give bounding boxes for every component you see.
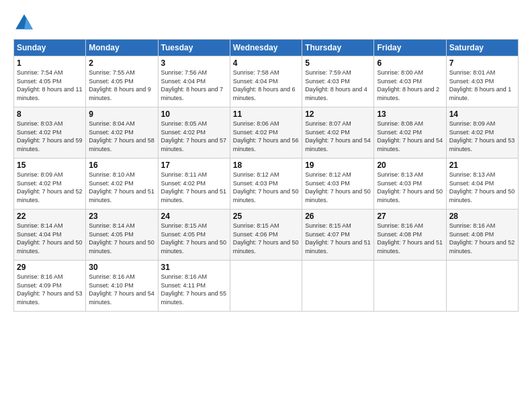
day-number: 15 <box>17 161 83 170</box>
day-cell: 19 Sunrise: 8:12 AMSunset: 4:03 PMDaylig… <box>302 158 374 210</box>
day-cell: 9 Sunrise: 8:04 AMSunset: 4:02 PMDayligh… <box>86 107 158 158</box>
day-number: 19 <box>305 161 371 170</box>
day-number: 5 <box>305 58 371 68</box>
day-info: Sunrise: 8:10 AMSunset: 4:02 PMDaylight:… <box>89 171 154 204</box>
day-cell: 23 Sunrise: 8:14 AMSunset: 4:05 PMDaylig… <box>86 210 158 261</box>
day-cell <box>374 261 446 312</box>
day-info: Sunrise: 8:12 AMSunset: 4:03 PMDaylight:… <box>233 171 299 204</box>
day-cell: 28 Sunrise: 8:16 AMSunset: 4:08 PMDaylig… <box>446 210 518 261</box>
day-cell: 1 Sunrise: 7:54 AMSunset: 4:05 PMDayligh… <box>14 56 86 107</box>
day-cell: 29 Sunrise: 8:16 AMSunset: 4:09 PMDaylig… <box>14 261 86 312</box>
day-cell: 2 Sunrise: 7:55 AMSunset: 4:05 PMDayligh… <box>86 56 158 107</box>
day-cell: 31 Sunrise: 8:16 AMSunset: 4:11 PMDaylig… <box>158 261 230 312</box>
day-cell: 27 Sunrise: 8:16 AMSunset: 4:08 PMDaylig… <box>374 210 446 261</box>
day-cell: 16 Sunrise: 8:10 AMSunset: 4:02 PMDaylig… <box>86 158 158 210</box>
day-number: 23 <box>89 212 154 221</box>
day-number: 20 <box>377 161 443 170</box>
day-cell: 26 Sunrise: 8:15 AMSunset: 4:07 PMDaylig… <box>302 210 374 261</box>
day-cell: 13 Sunrise: 8:08 AMSunset: 4:02 PMDaylig… <box>374 107 446 158</box>
day-number: 3 <box>161 58 227 68</box>
day-number: 29 <box>17 263 83 272</box>
day-number: 16 <box>89 161 154 170</box>
logo <box>13 12 38 34</box>
day-cell: 30 Sunrise: 8:16 AMSunset: 4:10 PMDaylig… <box>86 261 158 312</box>
day-number: 10 <box>161 109 227 119</box>
day-number: 7 <box>449 58 515 68</box>
day-info: Sunrise: 8:14 AMSunset: 4:04 PMDaylight:… <box>17 222 83 255</box>
day-info: Sunrise: 7:58 AMSunset: 4:04 PMDaylight:… <box>233 68 299 102</box>
day-cell: 4 Sunrise: 7:58 AMSunset: 4:04 PMDayligh… <box>230 56 302 107</box>
day-cell: 21 Sunrise: 8:13 AMSunset: 4:04 PMDaylig… <box>446 158 518 210</box>
day-cell: 8 Sunrise: 8:03 AMSunset: 4:02 PMDayligh… <box>14 107 86 158</box>
day-cell: 11 Sunrise: 8:06 AMSunset: 4:02 PMDaylig… <box>230 107 302 158</box>
day-number: 4 <box>233 58 299 68</box>
calendar-header-row: SundayMondayTuesdayWednesdayThursdayFrid… <box>14 40 519 56</box>
day-number: 28 <box>449 212 515 221</box>
week-row-4: 22 Sunrise: 8:14 AMSunset: 4:04 PMDaylig… <box>14 210 519 261</box>
day-cell: 12 Sunrise: 8:07 AMSunset: 4:02 PMDaylig… <box>302 107 374 158</box>
day-number: 22 <box>17 212 83 221</box>
day-cell: 10 Sunrise: 8:05 AMSunset: 4:02 PMDaylig… <box>158 107 230 158</box>
day-cell: 25 Sunrise: 8:15 AMSunset: 4:06 PMDaylig… <box>230 210 302 261</box>
day-cell: 3 Sunrise: 7:56 AMSunset: 4:04 PMDayligh… <box>158 56 230 107</box>
week-row-2: 8 Sunrise: 8:03 AMSunset: 4:02 PMDayligh… <box>14 107 519 158</box>
header-friday: Friday <box>374 40 446 56</box>
day-number: 26 <box>305 212 371 221</box>
day-cell <box>446 261 518 312</box>
day-info: Sunrise: 8:13 AMSunset: 4:03 PMDaylight:… <box>377 171 443 204</box>
week-row-1: 1 Sunrise: 7:54 AMSunset: 4:05 PMDayligh… <box>14 56 519 107</box>
day-number: 24 <box>161 212 227 221</box>
day-info: Sunrise: 8:15 AMSunset: 4:06 PMDaylight:… <box>233 222 299 255</box>
day-number: 8 <box>17 109 83 119</box>
day-info: Sunrise: 8:04 AMSunset: 4:02 PMDaylight:… <box>89 120 154 153</box>
header <box>13 12 519 34</box>
day-info: Sunrise: 8:11 AMSunset: 4:02 PMDaylight:… <box>161 171 227 204</box>
page: SundayMondayTuesdayWednesdayThursdayFrid… <box>0 0 532 411</box>
logo-icon <box>13 12 35 34</box>
day-number: 30 <box>89 263 154 272</box>
day-info: Sunrise: 8:09 AMSunset: 4:02 PMDaylight:… <box>449 120 515 153</box>
day-number: 13 <box>377 109 443 119</box>
day-number: 17 <box>161 161 227 170</box>
day-number: 6 <box>377 58 443 68</box>
day-cell: 14 Sunrise: 8:09 AMSunset: 4:02 PMDaylig… <box>446 107 518 158</box>
day-cell: 7 Sunrise: 8:01 AMSunset: 4:03 PMDayligh… <box>446 56 518 107</box>
day-info: Sunrise: 8:07 AMSunset: 4:02 PMDaylight:… <box>305 120 371 153</box>
day-info: Sunrise: 8:14 AMSunset: 4:05 PMDaylight:… <box>89 222 154 255</box>
header-sunday: Sunday <box>14 40 86 56</box>
day-info: Sunrise: 8:13 AMSunset: 4:04 PMDaylight:… <box>449 171 515 204</box>
day-cell: 6 Sunrise: 8:00 AMSunset: 4:03 PMDayligh… <box>374 56 446 107</box>
day-number: 31 <box>161 263 227 272</box>
day-number: 25 <box>233 212 299 221</box>
day-info: Sunrise: 8:00 AMSunset: 4:03 PMDaylight:… <box>377 68 443 102</box>
header-monday: Monday <box>86 40 158 56</box>
day-number: 27 <box>377 212 443 221</box>
day-cell: 22 Sunrise: 8:14 AMSunset: 4:04 PMDaylig… <box>14 210 86 261</box>
header-thursday: Thursday <box>302 40 374 56</box>
day-info: Sunrise: 8:05 AMSunset: 4:02 PMDaylight:… <box>161 120 227 153</box>
day-info: Sunrise: 7:59 AMSunset: 4:03 PMDaylight:… <box>305 68 371 102</box>
day-cell: 5 Sunrise: 7:59 AMSunset: 4:03 PMDayligh… <box>302 56 374 107</box>
day-info: Sunrise: 8:16 AMSunset: 4:11 PMDaylight:… <box>161 273 227 306</box>
day-info: Sunrise: 8:08 AMSunset: 4:02 PMDaylight:… <box>377 120 443 153</box>
header-tuesday: Tuesday <box>158 40 230 56</box>
day-number: 9 <box>89 109 154 119</box>
day-info: Sunrise: 8:06 AMSunset: 4:02 PMDaylight:… <box>233 120 299 153</box>
day-cell: 24 Sunrise: 8:15 AMSunset: 4:05 PMDaylig… <box>158 210 230 261</box>
day-info: Sunrise: 8:01 AMSunset: 4:03 PMDaylight:… <box>449 68 515 102</box>
day-number: 12 <box>305 109 371 119</box>
day-cell <box>230 261 302 312</box>
day-info: Sunrise: 8:12 AMSunset: 4:03 PMDaylight:… <box>305 171 371 204</box>
day-number: 1 <box>17 58 83 68</box>
day-info: Sunrise: 8:16 AMSunset: 4:08 PMDaylight:… <box>377 222 443 255</box>
day-cell: 20 Sunrise: 8:13 AMSunset: 4:03 PMDaylig… <box>374 158 446 210</box>
day-cell: 15 Sunrise: 8:09 AMSunset: 4:02 PMDaylig… <box>14 158 86 210</box>
day-number: 11 <box>233 109 299 119</box>
header-wednesday: Wednesday <box>230 40 302 56</box>
day-number: 18 <box>233 161 299 170</box>
day-info: Sunrise: 8:16 AMSunset: 4:10 PMDaylight:… <box>89 273 154 306</box>
day-info: Sunrise: 7:56 AMSunset: 4:04 PMDaylight:… <box>161 68 227 102</box>
day-cell <box>302 261 374 312</box>
day-cell: 18 Sunrise: 8:12 AMSunset: 4:03 PMDaylig… <box>230 158 302 210</box>
day-info: Sunrise: 7:54 AMSunset: 4:05 PMDaylight:… <box>17 68 83 102</box>
